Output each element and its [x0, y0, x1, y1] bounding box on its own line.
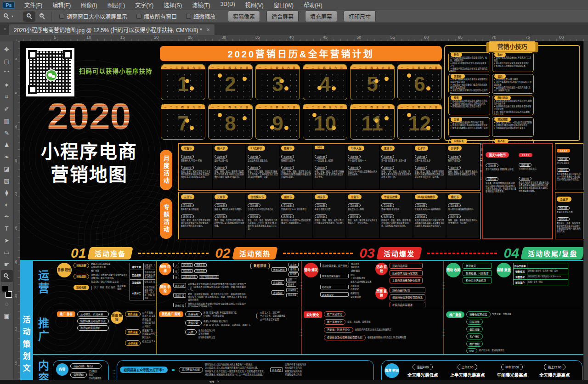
review-header: 新老客户	[514, 280, 527, 285]
ruler-number: 10	[72, 35, 106, 40]
menu-item[interactable]: 3D(D)	[215, 1, 240, 9]
menu-item[interactable]: 图层(L)	[102, 1, 130, 9]
burst-item: 爆点秒杀	[351, 263, 360, 265]
theme-tag: 活动主题	[181, 203, 194, 207]
tip-label: 会员	[494, 74, 506, 79]
group-label: 货	[173, 269, 179, 273]
option-button[interactable]: 实际像素	[228, 11, 260, 22]
calendar-grid: 一 二 三 四 五 六 日 1 一 二 三 四 五 六 日 2 一 二 三 四 …	[161, 64, 443, 141]
theme-tag: 活动主题	[248, 203, 260, 207]
magic-wand-tool[interactable]: ✶	[1, 79, 13, 91]
clone-stamp-tool[interactable]: ♟	[1, 139, 13, 151]
screen-mode-button[interactable]: ▣	[1, 310, 13, 322]
industry-tag: 适用行业	[348, 215, 361, 218]
color-swatches[interactable]	[2, 286, 12, 298]
pen-tool[interactable]: ✒	[1, 210, 13, 222]
channel-node: 渠道 链接	[111, 311, 123, 324]
review-header: 销售情况	[514, 269, 527, 274]
hand-tool[interactable]: ☛	[1, 258, 13, 270]
activity-name: 12.12	[557, 149, 570, 152]
menu-item[interactable]: 选择(S)	[158, 1, 187, 9]
open-rate-question: 如何提高公众号图文打开率?	[120, 367, 168, 373]
timeline-label: 上半天曝光最高点	[450, 372, 485, 378]
strategy-group: 新客获取 拼 团: 裂变+福利,不宜设置领取门槛分销推广: 分销渠道铺广	[185, 311, 251, 317]
menu-item[interactable]: 视图(V)	[240, 1, 269, 9]
theme-tag: 活动主题	[348, 155, 361, 158]
menu-item[interactable]: 帮助(H)	[299, 1, 328, 9]
blur-tool[interactable]: ⧫	[1, 186, 13, 198]
optimize-label: 推广渠道优化	[324, 311, 345, 317]
activity-name: 重阳节	[448, 194, 461, 199]
tip-label: 预售	[451, 96, 462, 100]
tip-line: 新客门槛券拉动站内下单转化,老顾客用分享裂变“领券”商品	[450, 78, 488, 84]
document-tab[interactable]: 2020小程序电商营销地图.jpg @ 12.5% (扫码可以获得小程序扶持, …	[9, 24, 215, 35]
brush-tool[interactable]: ✎	[1, 127, 13, 139]
tip-label: 秒杀	[451, 52, 462, 57]
theme-tag: 活动主题	[181, 155, 194, 158]
option-checkbox[interactable]: 调整窗口大小以满屏显示	[59, 12, 127, 20]
menu-item[interactable]: 文件(F)	[19, 1, 47, 9]
month-number: 7	[161, 112, 205, 136]
divider	[20, 12, 20, 21]
document-canvas[interactable]: 扫码可以获得小程序扶持 2020 小程序电商 营销地图 2020营销日历&全年营…	[20, 41, 583, 384]
zoom-out-button[interactable]: –	[36, 11, 48, 22]
month-number: 10	[303, 112, 347, 136]
quick-mask-button[interactable]: ◌	[1, 298, 13, 310]
timeline-time: 上午8:00	[458, 364, 478, 370]
activity-name: 夏凉节	[381, 146, 395, 151]
industry-text: 全品类,回顾热卖用户可推出学生党返场福利话题,满减与返券叠加 300 元返场礼,…	[415, 219, 445, 227]
option-button[interactable]: 打印尺寸	[344, 11, 376, 22]
move-tool[interactable]: ✥	[1, 43, 13, 55]
wrapup-node: 活动 收尾	[446, 263, 461, 277]
marquee-tool[interactable]: ▢	[1, 55, 13, 67]
history-brush-tool[interactable]: ❧	[1, 151, 13, 163]
backflow-item: 发券数	[288, 263, 299, 267]
flow-arrows-icon: →→→	[110, 368, 118, 378]
taskbar-left-icon[interactable]: ◀◀	[209, 380, 214, 384]
foreground-color-swatch[interactable]	[2, 286, 8, 292]
eraser-tool[interactable]: ◪	[1, 163, 13, 175]
dock-collapse-icon[interactable]: «	[0, 27, 9, 35]
shape-tool[interactable]: ▭	[1, 246, 13, 258]
review-row: 目标完成率	[514, 263, 568, 269]
burst-item: 满额/赠品	[351, 270, 360, 272]
eyedropper-tool[interactable]: ✐	[1, 103, 13, 115]
title-method-line: 巨大反差式: 深入对比性强烈的事物,引起用户的猎奇心理。	[205, 367, 266, 369]
gradient-tool[interactable]: ▧	[1, 175, 13, 186]
zoom-tool[interactable]	[1, 270, 13, 282]
menu-item[interactable]: 编辑(E)	[47, 1, 76, 9]
weekday-header: 一 二 三 四 五 六 日	[209, 104, 252, 109]
option-checkbox[interactable]: 缩放所有窗口	[136, 12, 177, 20]
background-color-swatch[interactable]	[6, 291, 12, 298]
taskbar-close-icon[interactable]: ✕	[217, 380, 220, 384]
option-button[interactable]: 适合屏幕	[266, 11, 299, 22]
zoom-in-button[interactable]: +	[23, 11, 35, 22]
theme-text: 佳人逢佳节,最爱最想送家的人	[448, 208, 478, 211]
menu-item[interactable]: 图像(I)	[76, 1, 102, 9]
menu-item[interactable]: 窗口(W)	[269, 1, 299, 9]
timeline-time: 晚上22:00	[544, 364, 565, 370]
theme-tag: 活动主题	[557, 206, 570, 210]
healing-brush-tool[interactable]: ▦	[1, 115, 13, 127]
option-button[interactable]: 填充屏幕	[305, 11, 337, 22]
menu-item[interactable]: 滤镜(T)	[187, 1, 215, 9]
menu-item[interactable]: 文字(Y)	[130, 1, 158, 9]
table-row: 确定主题 标题文案、头图物料、预告排期	[130, 263, 155, 270]
weekday-header: 一 二 三 四 五 六 日	[256, 104, 300, 109]
option-checkbox[interactable]: 细微缩放	[186, 12, 215, 20]
path-select-tool[interactable]: ➤	[1, 234, 13, 246]
industry-tag: 适用行业	[415, 215, 428, 218]
type-tool[interactable]: T	[1, 222, 13, 234]
monitor-node: 活动 监控	[375, 263, 388, 275]
theme-tag: 活动主题	[215, 203, 227, 207]
timeline-label: 全天曝光最高点	[539, 372, 570, 378]
close-icon[interactable]: ×	[207, 27, 210, 33]
checkbox-label: 缩放所有窗口	[144, 12, 177, 20]
document-tab-bar: « 2020小程序电商营销地图.jpg @ 12.5% (扫码可以获得小程序扶持…	[0, 23, 588, 35]
dodge-tool[interactable]: ◐	[1, 198, 13, 210]
industry-tag: 适用行业	[415, 166, 428, 169]
crop-tool[interactable]: ⌗	[1, 91, 13, 103]
backflow-item: 渠道流量	[286, 293, 298, 297]
current-tool-button[interactable]: ▾	[0, 13, 17, 19]
lasso-tool[interactable]: ⌒	[1, 67, 13, 79]
